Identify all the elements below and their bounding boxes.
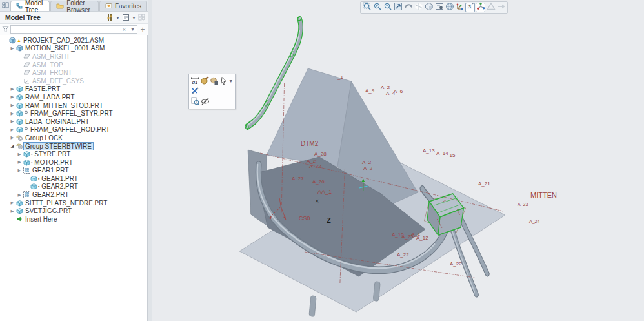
- tree-item-group-steerbtwire[interactable]: ◢Group STEERBTWIRE: [0, 142, 147, 150]
- datum-label[interactable]: A_13: [423, 148, 435, 154]
- tree-expand-arrow[interactable]: ▶: [16, 192, 23, 198]
- filter-clear-icon[interactable]: ×: [121, 26, 128, 33]
- assembly-3d-view[interactable]: [152, 0, 644, 321]
- tree-item-ram-lada-prt[interactable]: ▶RAM_LADA.PRT: [0, 93, 147, 101]
- tree-expand-arrow[interactable]: ▶: [9, 135, 15, 140]
- spin-center-button[interactable]: [476, 3, 485, 12]
- datum-label[interactable]: ✕: [315, 198, 319, 204]
- tree-item-fram-gaffel-styr-prt[interactable]: ▶FRAM_GAFFEL_STYR.PRT: [0, 109, 147, 118]
- datum-label[interactable]: A_12: [416, 235, 428, 241]
- datum-label[interactable]: A_22: [397, 252, 409, 258]
- datum-label[interactable]: A_6: [394, 88, 403, 94]
- tree-item-svetjigg-prt[interactable]: ▶SVETJIGG.PRT: [0, 207, 147, 215]
- zoom-region-button[interactable]: [362, 3, 372, 12]
- no-datum-button[interactable]: [190, 87, 200, 96]
- appearance-button[interactable]: [200, 76, 210, 86]
- refit-button[interactable]: [393, 3, 403, 12]
- tree-expand-arrow[interactable]: ▶: [9, 119, 15, 124]
- tree-expand-arrow[interactable]: ▶: [16, 160, 23, 165]
- tree-item-fram-gaffel-rod-prt[interactable]: ▶FRAM_GAFFEL_ROD.PRT: [0, 126, 147, 134]
- datum-label[interactable]: MITTEN: [530, 191, 557, 199]
- datum-label[interactable]: CS0: [299, 215, 310, 222]
- display-style-button[interactable]: [414, 3, 423, 12]
- datum-label[interactable]: A_22: [309, 163, 321, 169]
- datum-label[interactable]: Z: [327, 216, 331, 224]
- tree-expand-arrow[interactable]: ▶: [9, 111, 15, 116]
- datum-label[interactable]: DTM2: [301, 140, 318, 147]
- tree-expand-arrow[interactable]: ▶: [9, 94, 15, 99]
- datum-label[interactable]: A_28: [314, 151, 327, 157]
- appearances-button[interactable]: [434, 3, 444, 12]
- datum-label[interactable]: A_23: [518, 202, 528, 207]
- graphics-area[interactable]: _1A_9A_2A_4A_6DTM2A_28A_13A_14_15A_2A_22…: [152, 0, 644, 321]
- panel-splitter[interactable]: [148, 0, 152, 321]
- datum-label[interactable]: A_26: [312, 179, 325, 185]
- tree-item-motion-skel-0001-asm[interactable]: ▶MOTION_SKEL_0001.ASM: [0, 45, 147, 53]
- mini-toolbar-caret[interactable]: ▼: [228, 79, 234, 83]
- datum-label[interactable]: A_24: [529, 219, 539, 223]
- tree-expand-arrow[interactable]: ▶: [9, 87, 15, 92]
- tree-settings-caret[interactable]: ▼: [116, 16, 121, 20]
- tree-columns-icon[interactable]: [121, 13, 131, 23]
- tree-expand-arrow[interactable]: ▶: [16, 168, 23, 173]
- tree-expand-arrow[interactable]: ▶: [9, 103, 15, 108]
- tree-item-faste-prt[interactable]: ▶FASTE.PRT: [0, 85, 147, 94]
- preview-button[interactable]: [190, 97, 200, 107]
- tree-expand-arrow[interactable]: ▶: [9, 200, 15, 205]
- datum-filters-button[interactable]: [455, 3, 465, 12]
- datum-label[interactable]: _15: [447, 152, 455, 158]
- dragger-button[interactable]: 3: [465, 3, 475, 12]
- datum-label[interactable]: A_2: [362, 160, 371, 165]
- plate-leg[interactable]: [309, 296, 316, 317]
- tree-item-ram-mitten-stod-prt[interactable]: ▶RAM_MITTEN_STOD.PRT: [0, 101, 147, 110]
- tree-expand-arrow[interactable]: ▶: [9, 46, 15, 51]
- datum-label[interactable]: AA_1: [317, 189, 332, 195]
- filter-add-button[interactable]: +: [137, 25, 148, 34]
- datum-label[interactable]: A_21: [478, 181, 490, 187]
- tree-item-group-lock[interactable]: ▶Group LOCK: [0, 134, 147, 142]
- tree-item-motor-prt[interactable]: ▶▫MOTOR.PRT: [0, 158, 147, 167]
- datum-label[interactable]: A_22: [450, 261, 462, 267]
- section-button[interactable]: [424, 3, 434, 12]
- filter-funnel-icon[interactable]: [0, 26, 10, 33]
- tree-item-sittt-plats-nedre-prt[interactable]: ▶SITTT_PLATS_NEDRE.PRT: [0, 199, 147, 207]
- datum-label[interactable]: _1: [337, 74, 343, 80]
- tree-expand-arrow[interactable]: ▶: [16, 152, 23, 157]
- view-manager-button[interactable]: [445, 3, 454, 12]
- reorient-button[interactable]: [403, 3, 413, 12]
- tree-item-gear1-prt[interactable]: ▪GEAR1.PRT: [0, 174, 147, 183]
- tree-expand-arrow[interactable]: ▶: [9, 127, 15, 132]
- tree-columns-caret[interactable]: ▼: [132, 16, 137, 20]
- tree-item-asm-top[interactable]: ASM_TOP: [0, 61, 147, 69]
- tree-item-insert-here[interactable]: Insert Here: [0, 215, 147, 223]
- dimension-button[interactable]: d1: [190, 76, 200, 86]
- tree-settings-icon[interactable]: [105, 13, 115, 23]
- tree-expand-arrow[interactable]: ▶: [9, 209, 15, 214]
- datum-label[interactable]: A_2: [381, 85, 390, 90]
- tree-item-gear1-prt[interactable]: ▶GEAR1.PRT: [0, 167, 147, 175]
- datum-label[interactable]: A_9: [365, 88, 374, 94]
- tab-favorites[interactable]: Favorites: [99, 1, 147, 11]
- tree-item-asm-right[interactable]: ASM_RIGHT: [0, 52, 147, 61]
- hide-eye-button[interactable]: [200, 97, 210, 107]
- appearance-dark-button[interactable]: [210, 76, 219, 86]
- tree-item-gear2-prt[interactable]: ▶GEAR2.PRT: [0, 191, 147, 199]
- tree-item-projekt-cad-2021-asm[interactable]: ▲PROJEKT_CAD_2021.ASM: [0, 36, 147, 45]
- tab-model-tree[interactable]: Model Tree: [10, 1, 50, 11]
- tree-item-gear2-prt[interactable]: ▪GEAR2.PRT: [0, 183, 147, 191]
- filter-input[interactable]: [11, 26, 121, 33]
- tree-search-icon[interactable]: [137, 13, 147, 23]
- tree-item-asm-front[interactable]: ASM_FRONT: [0, 68, 147, 77]
- tab-folder-browser[interactable]: Folder Browser: [50, 1, 99, 11]
- tree-item-styre-prt[interactable]: ▶▫STYRE.PRT: [0, 150, 147, 158]
- datum-label[interactable]: A_2: [363, 165, 372, 171]
- filter-caret-icon[interactable]: ▼: [128, 27, 137, 32]
- pointer-caret-button[interactable]: [219, 76, 228, 86]
- datum-label[interactable]: A_27: [292, 176, 304, 181]
- tree-expand-arrow[interactable]: ◢: [9, 143, 15, 149]
- zoom-in-button[interactable]: [372, 3, 382, 12]
- zoom-out-button[interactable]: [383, 3, 392, 12]
- navigator-panel-icon[interactable]: [2, 0, 9, 10]
- tree-item-asm-def-csys[interactable]: ASM_DEF_CSYS: [0, 77, 147, 85]
- tree-item-lada-orginal-prt[interactable]: ▶LADA_ORGINAL.PRT: [0, 118, 147, 126]
